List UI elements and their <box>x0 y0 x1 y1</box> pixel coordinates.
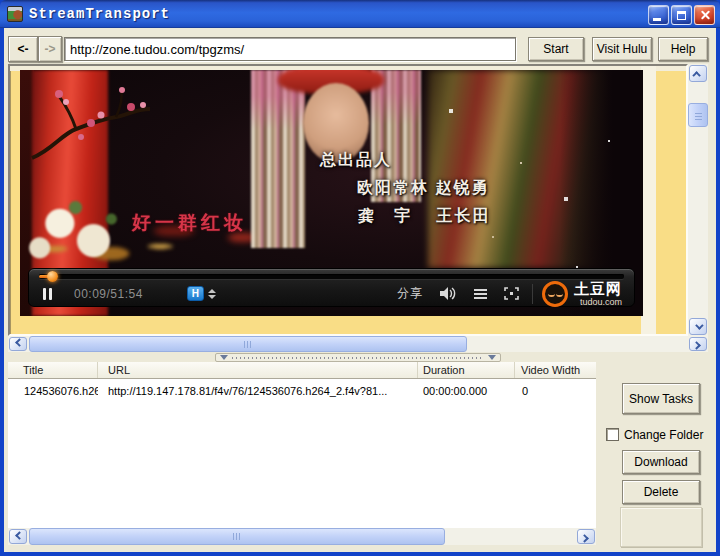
browser-viewport: 总出品人 欧阳常林 赵锐勇 龚 宇 王长田 好一群红妆 00:09/51:54 … <box>8 64 688 336</box>
show-tasks-button[interactable]: Show Tasks <box>622 383 700 414</box>
browser-horizontal-scrollbar[interactable] <box>8 336 708 352</box>
splitter-collapse-icon <box>220 355 228 360</box>
scroll-down-button[interactable] <box>689 318 707 335</box>
horizontal-scroll-thumb[interactable] <box>29 528 445 545</box>
pause-button[interactable] <box>43 288 52 300</box>
quality-badge[interactable]: H <box>187 286 204 301</box>
cell-title: 124536076.h26... <box>8 385 98 397</box>
change-folder-checkbox[interactable] <box>606 428 619 441</box>
volume-icon[interactable] <box>440 287 457 300</box>
blossom-branch-graphic <box>30 78 162 180</box>
tudou-logo-icon[interactable] <box>542 281 568 307</box>
video-watermark: 好一群红妆 <box>132 210 247 236</box>
scroll-left-button[interactable] <box>9 529 27 544</box>
credits-line: 龚 宇 王长田 <box>358 206 550 227</box>
credits-line: 总出品人 <box>320 150 550 171</box>
column-header-video-width[interactable]: Video Width <box>515 362 594 378</box>
cell-duration: 00:00:00.000 <box>418 385 515 397</box>
minimize-button[interactable] <box>648 5 669 25</box>
url-input[interactable] <box>64 37 516 61</box>
video-credits: 总出品人 欧阳常林 赵锐勇 龚 宇 王长田 <box>320 150 550 227</box>
app-icon <box>7 6 23 22</box>
splitter-dots <box>232 357 484 359</box>
help-button[interactable]: Help <box>658 37 708 61</box>
window-title: StreamTransport <box>29 6 170 22</box>
panel-splitter[interactable] <box>215 353 501 362</box>
divider <box>532 284 533 304</box>
video-art-sparkles <box>20 70 22 72</box>
title-bar[interactable]: StreamTransport <box>0 0 720 28</box>
seek-bar[interactable] <box>39 274 624 279</box>
tudou-wordmark: 土豆网 tudou.com <box>574 281 622 307</box>
tudou-wordmark-en: tudou.com <box>574 298 622 307</box>
column-header-title[interactable]: Title <box>8 362 98 378</box>
tasks-list[interactable]: 124536076.h26... http://119.147.178.81/f… <box>8 379 596 528</box>
scroll-up-button[interactable] <box>689 65 707 82</box>
start-button[interactable]: Start <box>528 37 584 61</box>
column-header-url[interactable]: URL <box>98 362 418 378</box>
scroll-right-button[interactable] <box>689 337 707 351</box>
table-horizontal-scrollbar[interactable] <box>8 528 596 545</box>
cell-url: http://119.147.178.81/f4v/76/124536076.h… <box>98 385 418 397</box>
video-frame[interactable]: 总出品人 欧阳常林 赵锐勇 龚 宇 王长田 好一群红妆 00:09/51:54 … <box>20 70 643 316</box>
fullscreen-icon[interactable] <box>504 287 519 300</box>
horizontal-scroll-thumb[interactable] <box>29 336 467 352</box>
app-window: StreamTransport <- -> Start Visit Hulu H… <box>0 0 720 556</box>
browser-vertical-scrollbar[interactable] <box>688 64 708 336</box>
close-button[interactable] <box>694 5 715 25</box>
client-area: <- -> Start Visit Hulu Help <box>4 28 716 552</box>
back-button[interactable]: <- <box>8 36 38 62</box>
change-folder-label[interactable]: Change Folder <box>624 428 703 442</box>
player-control-bar: 00:09/51:54 H 分享 <box>28 268 635 307</box>
playback-time: 00:09/51:54 <box>74 287 143 301</box>
visit-hulu-button[interactable]: Visit Hulu <box>592 37 652 61</box>
vertical-scroll-thumb[interactable] <box>688 103 708 127</box>
scroll-right-button[interactable] <box>577 529 595 544</box>
playlist-icon[interactable] <box>474 289 487 299</box>
share-button[interactable]: 分享 <box>397 285 423 302</box>
scroll-left-button[interactable] <box>9 337 27 351</box>
table-header: Title URL Duration Video Width <box>8 362 596 379</box>
quality-selector-arrows[interactable] <box>208 289 216 299</box>
table-row[interactable]: 124536076.h26... http://119.147.178.81/f… <box>8 383 596 399</box>
video-art-braids-left <box>251 70 305 248</box>
page-background-right <box>641 66 656 334</box>
maximize-button[interactable] <box>671 5 692 25</box>
video-art-peony-flowers <box>24 196 136 268</box>
credits-line: 欧阳常林 赵锐勇 <box>357 178 550 199</box>
cell-video-width: 0 <box>515 385 594 397</box>
empty-panel <box>620 507 702 547</box>
delete-button[interactable]: Delete <box>622 480 700 504</box>
download-button[interactable]: Download <box>622 450 700 474</box>
forward-button[interactable]: -> <box>38 36 62 62</box>
splitter-collapse-icon <box>488 355 496 360</box>
column-header-duration[interactable]: Duration <box>418 362 515 378</box>
tudou-wordmark-cn: 土豆网 <box>574 281 622 296</box>
